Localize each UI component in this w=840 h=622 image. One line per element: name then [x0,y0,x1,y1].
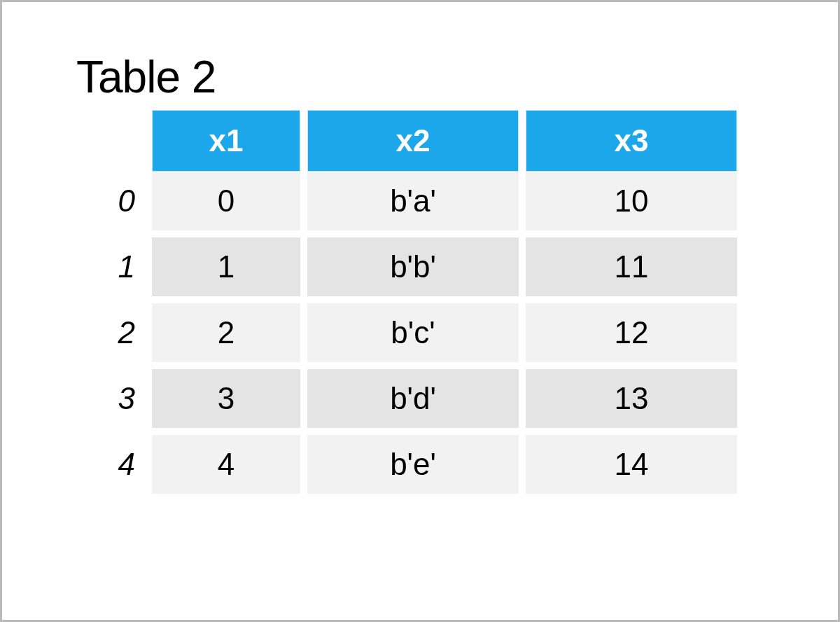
row-index: 3 [93,369,145,435]
row-index: 1 [93,237,145,303]
row-index: 4 [93,435,145,498]
table-row: 3 3 b'd' 13 [93,369,737,435]
row-index: 0 [93,172,145,237]
index-header-blank [93,110,145,172]
table-row: 2 2 b'c' 12 [93,303,737,369]
cell-x2: b'c' [307,303,519,369]
cell-x1: 2 [152,303,300,369]
cell-x2: b'b' [307,237,519,303]
table-title: Table 2 [76,51,768,103]
cell-x1: 4 [152,435,300,498]
cell-x3: 12 [526,303,737,369]
cell-x2: b'e' [307,435,519,498]
cell-x1: 3 [152,369,300,435]
col-header-x2: x2 [307,110,519,172]
table-row: 0 0 b'a' 10 [93,172,737,237]
cell-x2: b'a' [307,172,519,237]
col-header-x1: x1 [152,110,300,172]
cell-x1: 1 [152,237,300,303]
page-frame: Table 2 x1 x2 x3 0 0 b'a' 10 1 1 b'b' 11 [0,0,840,622]
cell-x3: 14 [526,435,737,498]
cell-x3: 10 [526,172,737,237]
table-row: 1 1 b'b' 11 [93,237,737,303]
header-row: x1 x2 x3 [93,110,737,172]
row-index: 2 [93,303,145,369]
table-row: 4 4 b'e' 14 [93,435,737,498]
cell-x3: 11 [526,237,737,303]
cell-x3: 13 [526,369,737,435]
cell-x2: b'd' [307,369,519,435]
cell-x1: 0 [152,172,300,237]
data-table: x1 x2 x3 0 0 b'a' 10 1 1 b'b' 11 2 2 b'c… [86,110,744,498]
col-header-x3: x3 [526,110,737,172]
